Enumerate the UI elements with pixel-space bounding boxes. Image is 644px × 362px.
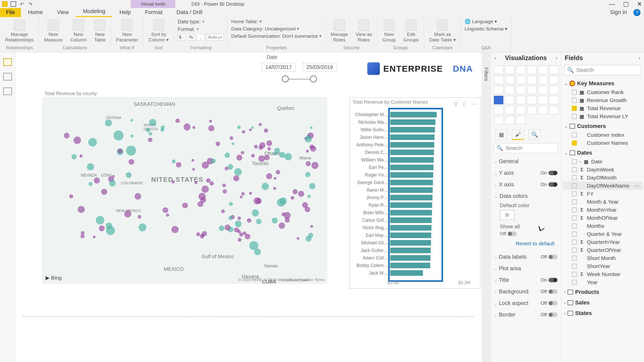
field-item[interactable]: Quarter & Year	[563, 230, 642, 238]
bar-row[interactable]: Aaron M…	[355, 186, 470, 194]
field-item[interactable]: ShortYear	[563, 262, 642, 270]
viz-type-icon[interactable]	[494, 96, 503, 104]
field-item[interactable]: ΣQuarterOfYear	[563, 246, 642, 254]
field-item[interactable]: Month & Year	[563, 198, 642, 206]
viz-type-icon[interactable]	[505, 76, 514, 84]
checkbox[interactable]	[572, 159, 577, 164]
checkbox[interactable]	[572, 223, 577, 229]
viz-type-icon[interactable]	[516, 116, 526, 124]
save-icon[interactable]	[11, 1, 16, 7]
maximize-button[interactable]: ▢	[623, 1, 629, 8]
format-section[interactable]: ⌵Lock aspectOff	[493, 297, 558, 309]
bar-row[interactable]: Michael Gil…	[355, 239, 470, 247]
report-view-icon[interactable]	[3, 58, 12, 66]
format-section[interactable]: ⌵Data labelsOff	[493, 251, 558, 263]
field-item[interactable]: Customer Names	[563, 139, 642, 147]
checkbox[interactable]	[572, 132, 577, 138]
menu-view[interactable]: View	[50, 8, 76, 17]
new-group-button[interactable]: New Group	[381, 19, 397, 44]
viz-type-icon[interactable]	[516, 66, 526, 74]
checkbox[interactable]	[572, 98, 577, 103]
checkbox[interactable]	[572, 183, 577, 188]
field-item[interactable]: ΣWeek Number	[563, 270, 642, 278]
bar-row[interactable]: William Wa…	[355, 156, 470, 164]
report-canvas[interactable]: Date 14/07/2017 25/03/2019 ENTERPRISE DN…	[15, 52, 481, 362]
viz-type-icon[interactable]	[527, 86, 537, 94]
bar-row[interactable]: Jimmy P…	[355, 194, 470, 201]
comma-button[interactable]: ,	[197, 34, 204, 40]
viz-type-icon[interactable]	[549, 96, 559, 104]
bar-row[interactable]: Jack Gutier…	[355, 247, 470, 254]
viz-type-icon[interactable]	[516, 106, 526, 114]
bar-row[interactable]: Victor Rog…	[355, 224, 470, 232]
viz-type-icon[interactable]	[494, 76, 503, 84]
format-section[interactable]: ⌵BorderOff	[493, 309, 558, 321]
field-item[interactable]: DayOfWeekName⋯	[563, 182, 642, 190]
field-item[interactable]: Customer Index	[563, 131, 642, 139]
bar-row[interactable]: George Gard…	[355, 179, 470, 186]
filters-collapsed-tab[interactable]: Filters	[481, 52, 491, 362]
checkbox[interactable]	[572, 175, 577, 180]
field-item[interactable]: ▦Total Revenue	[563, 104, 642, 112]
date-to-input[interactable]: 25/03/2019	[303, 63, 337, 71]
field-item[interactable]: Year	[563, 278, 642, 286]
viz-type-icon[interactable]	[538, 86, 548, 94]
bar-row[interactable]: Roger Fo…	[355, 171, 470, 179]
collapse-viz-icon[interactable]: ‹	[494, 55, 496, 61]
viz-type-icon[interactable]	[538, 76, 548, 84]
mark-date-table-button[interactable]: Mark as Date Table ▾	[428, 19, 457, 44]
viz-type-icon[interactable]	[538, 66, 548, 74]
analytics-tab-icon[interactable]: 🔍	[529, 129, 541, 140]
viz-type-icon[interactable]	[538, 96, 548, 104]
viz-type-icon[interactable]	[538, 106, 548, 114]
help-icon[interactable]: ?	[633, 9, 640, 16]
checkbox[interactable]	[572, 207, 577, 212]
field-item[interactable]: ΣDayOfMonth	[563, 174, 642, 182]
checkbox[interactable]	[572, 90, 577, 95]
field-item[interactable]: ▦Revenue Growth	[563, 96, 642, 104]
toggle-switch[interactable]	[548, 289, 557, 294]
viz-type-icon[interactable]	[505, 66, 514, 74]
checkbox[interactable]	[572, 256, 577, 261]
checkbox[interactable]	[572, 240, 577, 245]
manage-relationships-button[interactable]: Manage Relationships	[4, 19, 35, 44]
field-item[interactable]: Short Month	[563, 254, 642, 262]
format-tab-icon[interactable]: 🖌	[512, 129, 524, 140]
new-column-button[interactable]: New Column	[69, 19, 88, 44]
viz-type-icon[interactable]	[505, 86, 514, 94]
fields-tab-icon[interactable]: ▦	[495, 129, 507, 140]
more-icon[interactable]: ⋯	[471, 101, 477, 107]
viz-type-icon[interactable]	[527, 96, 537, 104]
format-section[interactable]: ⌵General	[493, 156, 558, 167]
field-item[interactable]: ΣQuarterInYear	[563, 238, 642, 246]
viz-type-icon[interactable]	[549, 86, 559, 94]
revert-link[interactable]: Revert to default	[500, 239, 557, 248]
checkbox[interactable]	[572, 248, 577, 253]
format-section[interactable]: ⌵Y axisOn	[493, 167, 558, 179]
viz-type-icon[interactable]	[516, 96, 526, 104]
format-section[interactable]: ⌵Plot area	[493, 263, 558, 274]
field-table[interactable]: ⌄Key Measures	[563, 78, 642, 88]
format-section[interactable]: ⌵TitleOn	[493, 274, 558, 286]
checkbox[interactable]	[572, 191, 577, 196]
field-item[interactable]: ΣMonthOfYear	[563, 214, 642, 222]
bar-row[interactable]: Nicholas Wa…	[355, 118, 470, 126]
new-parameter-button[interactable]: New Parameter	[114, 19, 140, 44]
viz-type-icon[interactable]	[549, 106, 559, 114]
viz-type-icon[interactable]	[549, 66, 559, 74]
data-view-icon[interactable]	[3, 73, 12, 80]
field-item[interactable]: ▦Customer Rank	[563, 88, 642, 96]
viz-type-icon[interactable]	[516, 76, 526, 84]
checkbox[interactable]	[572, 215, 577, 220]
viz-type-icon[interactable]	[505, 96, 514, 104]
fx-button[interactable]: fx	[500, 210, 514, 220]
bar-row[interactable]: Ryan R…	[355, 201, 470, 209]
bar-row[interactable]: Brian Wils…	[355, 209, 470, 216]
format-search[interactable]: 🔍Search	[494, 143, 558, 153]
expand-viz-icon[interactable]: ›	[556, 55, 557, 61]
menu-data-drill[interactable]: Data / Drill	[170, 8, 210, 17]
viz-type-icon[interactable]	[527, 106, 537, 114]
checkbox[interactable]	[572, 106, 577, 111]
view-as-roles-button[interactable]: View as Roles	[354, 19, 374, 44]
bar-row[interactable]: Jack W…	[355, 269, 470, 277]
